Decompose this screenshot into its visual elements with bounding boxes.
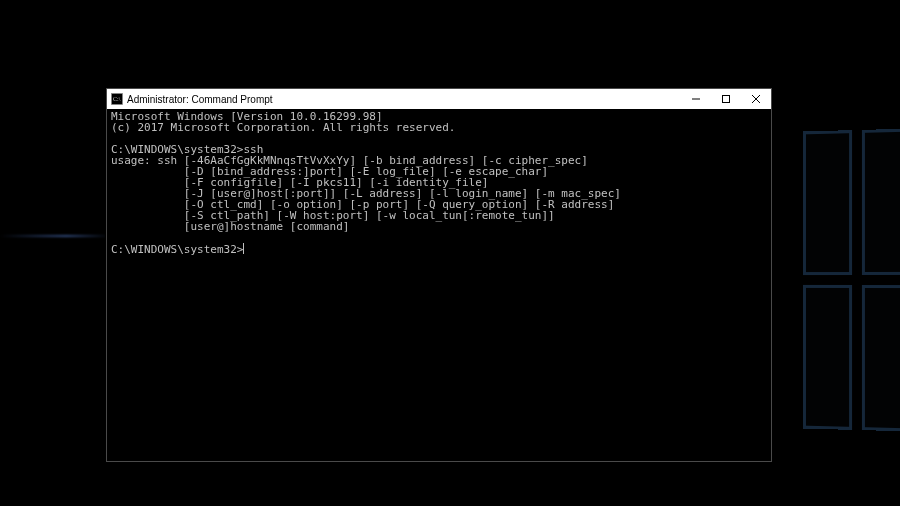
svg-rect-3 [723,96,730,103]
minimize-button[interactable] [681,89,711,109]
cursor [243,243,244,254]
terminal-output[interactable]: Microsoft Windows [Version 10.0.16299.98… [107,109,771,461]
titlebar[interactable]: C:\ Administrator: Command Prompt [107,89,771,109]
command-prompt-window: C:\ Administrator: Command Prompt Micros… [106,88,772,462]
close-button[interactable] [741,89,771,109]
background-glow [0,235,110,237]
svg-text:C:\: C:\ [113,96,121,102]
terminal-text: Microsoft Windows [Version 10.0.16299.98… [111,110,621,256]
windows-logo-background [803,129,900,432]
cmd-icon: C:\ [111,93,123,105]
window-title: Administrator: Command Prompt [127,94,273,105]
maximize-button[interactable] [711,89,741,109]
